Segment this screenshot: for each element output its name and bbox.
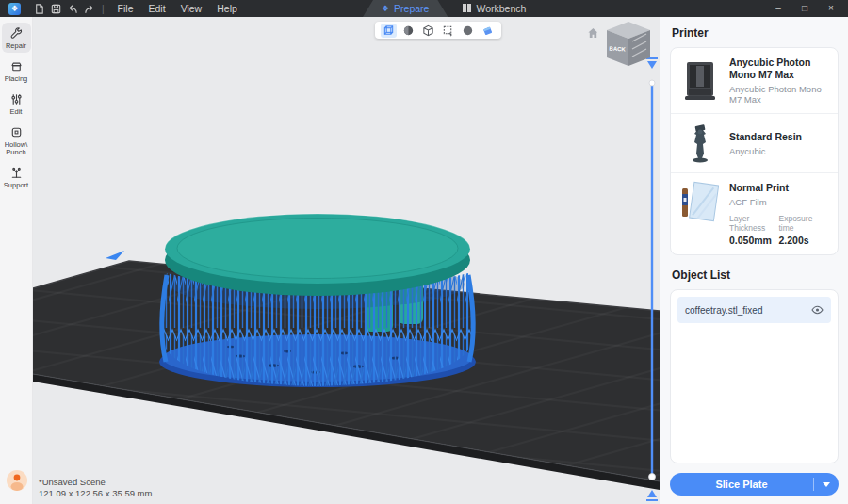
- sidebar-item-label: Placing: [5, 75, 28, 83]
- menu-view[interactable]: View: [173, 0, 210, 17]
- window-controls: – □ ×: [765, 0, 844, 17]
- workbench-grid-icon: [463, 3, 471, 14]
- scene-title: *Unsaved Scene: [39, 477, 152, 488]
- print-mode-row[interactable]: Normal Print ACF Film Layer Thickness 0.…: [671, 172, 838, 254]
- print-metrics: Layer Thickness 0.050mm Exposure time 2.…: [729, 214, 828, 246]
- exposure-time-value: 2.200s: [779, 235, 829, 246]
- printer-subtitle: Anycubic Photon Mono M7 Max: [729, 84, 828, 105]
- close-button[interactable]: ×: [818, 0, 844, 17]
- undo-button[interactable]: [64, 1, 81, 16]
- minimize-button[interactable]: –: [765, 0, 791, 17]
- nav-cube-face-label: BACK: [609, 45, 626, 52]
- object-name: coffeetray.stl_fixed: [685, 305, 811, 316]
- viewport-3d[interactable]: BACK *Unsaved Scene 121.09 x 122.56 x 35…: [33, 17, 660, 504]
- navigation-cube[interactable]: BACK: [606, 21, 651, 73]
- object-list-item[interactable]: coffeetray.stl_fixed: [677, 297, 831, 323]
- select-region-button[interactable]: [440, 24, 456, 38]
- layer-thickness-value: 0.050mm: [729, 235, 779, 246]
- sidebar-item-label: Support: [4, 182, 28, 189]
- print-mode-name: Normal Print: [729, 182, 828, 194]
- slice-plate-label: Slice Plate: [670, 479, 813, 490]
- user-avatar[interactable]: [7, 470, 27, 491]
- sliders-icon: [9, 92, 24, 106]
- save-button[interactable]: [47, 1, 64, 16]
- sidebar-item-label: Hollow\Punch: [5, 141, 28, 156]
- film-thumbnail: [680, 182, 720, 223]
- menu-file[interactable]: File: [110, 0, 141, 17]
- home-view-button[interactable]: [587, 25, 599, 42]
- printer-section-title: Printer: [672, 26, 837, 40]
- object-list: coffeetray.stl_fixed: [670, 289, 839, 463]
- sidebar-item-repair[interactable]: Repair: [2, 23, 31, 53]
- slider-handle-bottom[interactable]: [649, 474, 656, 480]
- resin-subtitle: Anycubic: [729, 146, 828, 156]
- tool-sidebar: Repair Placing Edit Hollow\Punch Support: [0, 17, 33, 504]
- titlebar-divider: |: [102, 4, 105, 14]
- plate-corner-arrow-icon: [106, 251, 124, 260]
- scene-status: *Unsaved Scene 121.09 x 122.56 x 35.59 m…: [39, 477, 152, 499]
- tab-prepare-label: Prepare: [394, 3, 429, 14]
- wrench-icon: [9, 26, 24, 41]
- sidebar-item-edit[interactable]: Edit: [2, 89, 31, 119]
- slice-options-button[interactable]: [814, 482, 839, 487]
- tab-workbench[interactable]: Workbench: [448, 0, 541, 17]
- printer-thumbnail: [680, 60, 720, 102]
- shaded-view-button[interactable]: [400, 24, 416, 38]
- mode-tabs: ❖ Prepare Workbench: [363, 0, 541, 17]
- menu-help[interactable]: Help: [209, 0, 245, 17]
- view-toolbar: [375, 22, 501, 39]
- printer-row[interactable]: Anycubic Photon Mono M7 Max Anycubic Pho…: [671, 48, 838, 113]
- sidebar-item-support[interactable]: Support: [2, 162, 31, 192]
- sidebar-item-hollow-punch[interactable]: Hollow\Punch: [2, 122, 31, 159]
- model-coffeetray[interactable]: [165, 214, 470, 296]
- menu-edit[interactable]: Edit: [141, 0, 173, 17]
- perspective-view-button[interactable]: [381, 24, 397, 38]
- maximize-button[interactable]: □: [791, 0, 818, 17]
- slice-plate-button[interactable]: Slice Plate: [670, 473, 839, 496]
- slider-handle-top[interactable]: [649, 80, 655, 86]
- material-sphere-button[interactable]: [460, 24, 476, 38]
- object-list-title: Object List: [672, 268, 837, 282]
- exposure-time-label: Exposure time: [779, 214, 829, 233]
- hollow-square-icon: [9, 125, 24, 139]
- model-color-button[interactable]: [480, 24, 496, 38]
- titlebar: ❖ | File Edit View Help ❖ Prepare Workbe…: [0, 0, 848, 17]
- tab-prepare[interactable]: ❖ Prepare: [363, 0, 448, 17]
- printer-name: Anycubic Photon Mono M7 Max: [729, 57, 828, 81]
- slider-jump-bottom-icon[interactable]: [646, 490, 658, 500]
- tab-workbench-label: Workbench: [476, 3, 526, 14]
- resin-thumbnail: [680, 122, 720, 164]
- sidebar-item-placing[interactable]: Placing: [2, 56, 31, 86]
- box-icon: [9, 59, 24, 73]
- film-type: ACF Film: [729, 197, 828, 207]
- xray-view-button[interactable]: [420, 24, 436, 38]
- support-tree-icon: [9, 166, 24, 180]
- resin-name: Standard Resin: [729, 131, 828, 143]
- sidebar-item-label: Repair: [6, 42, 26, 50]
- app-logo-icon: ❖: [8, 3, 21, 15]
- redo-button[interactable]: [81, 1, 98, 16]
- settings-panel: Printer Anycubic Photon Mono M7 Max Anyc…: [660, 17, 848, 504]
- layer-thickness-label: Layer Thickness: [729, 214, 779, 233]
- prepare-cube-icon: ❖: [382, 4, 389, 13]
- visibility-eye-icon[interactable]: [811, 301, 824, 318]
- scene-dimensions: 121.09 x 122.56 x 35.59 mm: [39, 488, 152, 499]
- scene-canvas: [33, 17, 660, 504]
- chevron-down-icon: [823, 482, 830, 487]
- new-file-button[interactable]: [30, 1, 47, 16]
- printer-card: Anycubic Photon Mono M7 Max Anycubic Pho…: [670, 47, 839, 255]
- sidebar-item-label: Edit: [10, 108, 23, 116]
- resin-row[interactable]: Standard Resin Anycubic: [671, 113, 838, 172]
